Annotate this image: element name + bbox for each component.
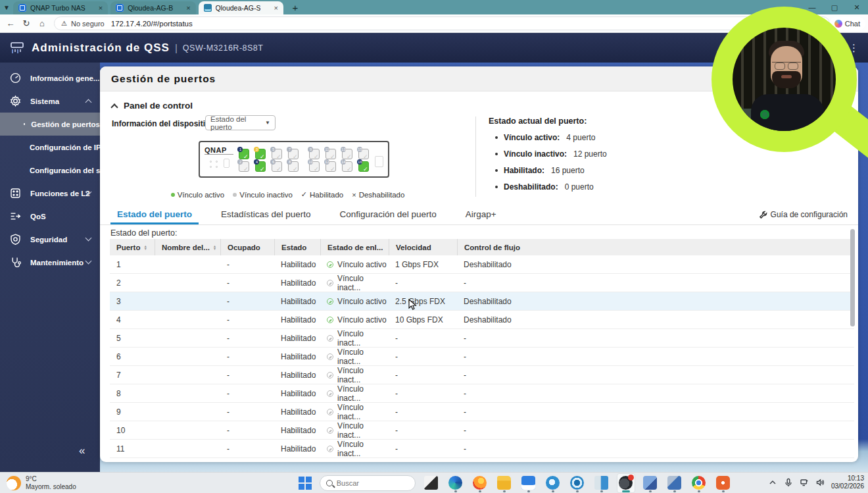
tab-estad-sticas-del-puerto[interactable]: Estadísticas del puerto	[218, 209, 314, 224]
close-button[interactable]: ✕	[846, 3, 868, 12]
table-row-port-6[interactable]: 6-HabilitadoVínculo inact...--	[110, 348, 854, 366]
column-header[interactable]: Estado de enl...	[320, 239, 389, 255]
port-number-badge: 8	[287, 159, 292, 165]
sidebar-subitem-configuraci-n-de-ip[interactable]: Configuración de IP	[0, 136, 100, 159]
sort-icon[interactable]: ▲▼	[213, 245, 216, 250]
home-icon[interactable]: ⌂	[34, 18, 50, 28]
port-5[interactable]: 5✓	[272, 149, 282, 159]
port-6[interactable]: 6✓	[272, 161, 282, 172]
weather-widget[interactable]: 9°C Mayorm. soleado	[7, 475, 76, 491]
tab-estado-del-puerto[interactable]: Estado del puerto	[114, 209, 195, 224]
burst-icon	[716, 476, 730, 490]
link-status-icon	[327, 261, 333, 268]
taskbar-app-qvr[interactable]	[568, 473, 587, 493]
column-header[interactable]: Estado	[274, 239, 320, 255]
network-display-icon[interactable]	[800, 478, 809, 487]
column-header[interactable]: Nombre del...▲▼	[155, 239, 220, 255]
back-icon[interactable]: ←	[3, 18, 18, 28]
tab-configuraci-n-del-puerto[interactable]: Configuración del puerto	[337, 209, 439, 224]
taskbar-app-util1[interactable]	[641, 473, 660, 493]
tray-chevron-up-icon[interactable]	[768, 478, 777, 487]
taskbar-app-desktop[interactable]	[422, 473, 441, 493]
sort-icon[interactable]: ▲▼	[143, 245, 147, 250]
tab-close-icon[interactable]: ×	[186, 4, 190, 12]
control-panel-section-toggle[interactable]: Panel de control	[112, 101, 193, 111]
taskbar-app-edge[interactable]	[446, 473, 465, 493]
port-16[interactable]: 16✓	[358, 161, 369, 172]
check-icon: ✓	[347, 153, 352, 160]
sidebar-item-funciones-de-l2[interactable]: Funciones de L2	[0, 182, 100, 205]
port-10[interactable]: 10✓	[309, 161, 320, 172]
table-row-port-9[interactable]: 9-HabilitadoVínculo inact...--	[110, 403, 854, 421]
system-tray: 10:13 03/02/2026	[768, 472, 864, 493]
tab-close-icon[interactable]: ×	[99, 4, 103, 12]
table-row-port-2[interactable]: 2-HabilitadoVínculo inact...--	[110, 274, 854, 292]
device-model: QSW-M3216R-8S8T	[183, 43, 264, 53]
volume-icon[interactable]	[815, 478, 825, 487]
tab-search-chevron-icon[interactable]: ▼	[0, 0, 13, 14]
table-row-port-1[interactable]: 1-HabilitadoVínculo activo1 Gbps FDXDesh…	[110, 255, 854, 274]
restore-button[interactable]: ▢	[823, 3, 846, 12]
port-15[interactable]: 15✓	[358, 149, 369, 159]
table-row-port-7[interactable]: 7-HabilitadoVínculo inact...--	[110, 366, 854, 384]
new-tab-button[interactable]: +	[287, 0, 303, 14]
port-14[interactable]: 14✓	[342, 161, 352, 172]
taskbar-app-store[interactable]	[519, 473, 538, 493]
clock[interactable]: 10:13 03/02/2026	[831, 475, 864, 490]
microphone-icon[interactable]	[784, 478, 793, 487]
sidebar-collapse-button[interactable]: «	[79, 444, 85, 457]
port-3[interactable]: 3✓	[255, 149, 266, 159]
sidebar-item-qos[interactable]: QoS	[0, 205, 100, 228]
browser-tab[interactable]: Qloudea-AG-S×	[199, 1, 283, 14]
port-12[interactable]: 12✓	[326, 161, 336, 172]
start-button[interactable]	[299, 477, 312, 490]
taskbar-app-explorer[interactable]	[495, 473, 514, 493]
address-bar[interactable]: ⚠ No seguro 172.17.4.20/#/portstatus	[54, 16, 830, 30]
column-header[interactable]: Control de flujo	[457, 239, 536, 255]
tab-close-icon[interactable]: ×	[274, 4, 277, 12]
taskbar-app-obs[interactable]	[617, 473, 635, 493]
port-13[interactable]: 13✓	[342, 149, 352, 159]
table-row-port-11[interactable]: 11-HabilitadoVínculo inact...--	[110, 440, 854, 458]
port-9[interactable]: 9✓	[309, 149, 320, 159]
taskbar-app-burst[interactable]	[714, 473, 733, 493]
table-row-port-5[interactable]: 5-HabilitadoVínculo inact...--	[110, 329, 854, 348]
taskbar-search[interactable]	[320, 475, 416, 491]
table-row-port-4[interactable]: 4-HabilitadoVínculo activo10 Gbps FDXDes…	[110, 311, 854, 329]
search-input[interactable]	[337, 479, 402, 487]
taskbar-app-util2[interactable]	[665, 473, 684, 493]
port-1[interactable]: 1✓	[239, 149, 249, 159]
browser-tab[interactable]: QNAP Turbo NAS×	[13, 1, 108, 14]
sidebar-item-sistema[interactable]: Sistema	[0, 90, 100, 113]
bullet-icon	[495, 153, 498, 155]
column-header[interactable]: Ocupado	[220, 239, 274, 255]
taskbar-app-chrome[interactable]	[690, 473, 708, 493]
sidebar-item-seguridad[interactable]: Seguridad	[0, 228, 100, 251]
column-header[interactable]: Velocidad	[389, 239, 457, 255]
refresh-icon[interactable]: ↻	[18, 18, 34, 28]
port-7[interactable]: 7✓	[288, 149, 299, 159]
sidebar-subitem-configuraci-n-del-sis-[interactable]: Configuración del sis...	[0, 159, 100, 182]
port-2[interactable]: 2✓	[239, 161, 249, 172]
sidebar-item-informaci-n-gene-[interactable]: Información gene...	[0, 66, 100, 90]
taskbar-app-drive[interactable]	[592, 473, 611, 493]
drive-icon	[594, 476, 608, 490]
port-group: 3✓4✓	[255, 149, 266, 172]
table-row-port-3[interactable]: 3-HabilitadoVínculo activo2.5 Gbps FDXDe…	[110, 292, 854, 311]
running-indicator	[527, 490, 530, 492]
port-4[interactable]: 4✓	[255, 161, 266, 172]
configuration-guide-link[interactable]: Guía de configuración	[759, 210, 848, 219]
table-row-port-8[interactable]: 8-HabilitadoVínculo inact...--	[110, 384, 854, 403]
sidebar-item-mantenimiento[interactable]: Mantenimiento	[0, 251, 100, 274]
column-header[interactable]: Puerto▲▼	[110, 239, 155, 255]
taskbar-app-qfinder[interactable]	[544, 473, 562, 493]
device-info-dropdown[interactable]: Estado del puerto ▼	[205, 115, 276, 130]
browser-tab[interactable]: Qloudea-AG-B×	[110, 1, 195, 14]
table-scrollbar[interactable]	[850, 229, 855, 326]
taskbar-app-firefox[interactable]	[471, 473, 489, 493]
table-row-port-10[interactable]: 10-HabilitadoVínculo inact...--	[110, 421, 854, 440]
tab-airgap-[interactable]: Airgap+	[463, 209, 499, 224]
port-11[interactable]: 11✓	[326, 149, 336, 159]
port-8[interactable]: 8✓	[288, 161, 299, 172]
sidebar-subitem-gesti-n-de-puertos[interactable]: Gestión de puertos	[0, 113, 100, 136]
